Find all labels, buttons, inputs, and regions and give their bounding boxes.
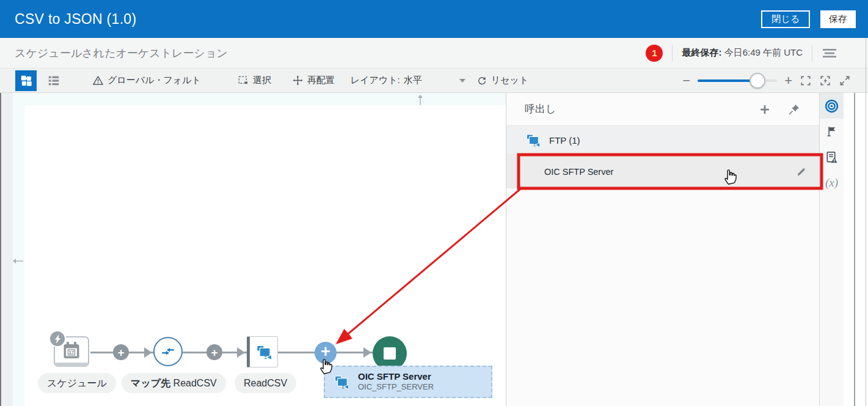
schedule-node-label[interactable]: スケジュール [38,373,116,393]
last-saved-value: 今日6:49 午前 UTC [724,47,803,57]
rail-item-errors[interactable] [820,144,844,170]
rail-item-milestone[interactable] [820,119,844,144]
reset-label: リセット [491,75,528,86]
add-action-button[interactable]: + [206,344,222,360]
canvas-scroll-strip-left [13,93,24,406]
app-header: CSV to JSON (1.0) 閉じる 保存 [0,0,868,38]
drop-target-box[interactable]: OIC SFTP Server OIC_SFTP_SERVER [324,366,492,398]
canvas-view-button[interactable] [15,70,37,91]
integration-pattern-label: スケジュールされたオーケストレーション [15,46,228,61]
connector-arrowhead [144,347,152,358]
window-edge-line [866,38,866,406]
map-arrows-icon [160,344,176,360]
add-connection-icon[interactable] [758,103,771,116]
adapter-group-label: FTP (1) [549,135,580,146]
zoom-out-button[interactable]: − [682,74,690,87]
map-label-target: ReadCSV [170,378,217,388]
stop-square-icon [384,347,396,360]
page-title: CSV to JSON (1.0) [15,11,136,28]
map-label-prefix: マップ先 [131,378,170,388]
zoom-in-button[interactable]: + [784,74,792,87]
global-fault-label: グローバル・フォルト [108,75,201,86]
flag-icon [825,125,838,138]
annotation-step-badge: 1 [646,45,663,62]
list-view-icon [47,74,60,87]
orchestration-canvas[interactable]: 17 + + + スケジュール マップ先 ReadCSV [0,93,506,406]
reposition-label: 再配置 [307,75,335,86]
map-node-label[interactable]: マップ先 ReadCSV [122,373,226,393]
layout-label: レイアウト: [351,75,400,86]
subheader-bar: スケジュールされたオーケストレーション 1 最終保存: 今日6:49 午前 UT… [0,38,868,68]
variables-x-icon: (x) [825,176,838,190]
bullseye-icon [824,98,839,114]
last-saved-text: 最終保存: 今日6:49 午前 UTC [682,47,803,59]
trigger-bolt-icon [49,330,66,347]
select-tool-button[interactable]: 選択 [238,75,271,86]
marquee-select-icon [238,75,249,86]
invoke-panel-title: 呼出し [525,102,556,116]
close-button[interactable]: 閉じる [761,10,810,28]
ftp-adapter-icon [255,343,273,361]
add-action-button[interactable]: + [113,344,129,360]
svg-text:17: 17 [69,349,74,355]
adapter-group-row-ftp[interactable]: FTP (1) [506,126,819,155]
subheader-right: 1 最終保存: 今日6:49 午前 UTC [646,45,853,62]
zoom-slider[interactable] [698,73,777,89]
layout-value: 水平 [404,75,422,86]
ftp-adapter-icon [525,132,541,149]
move-icon [292,75,304,86]
last-saved-label: 最終保存: [682,47,721,57]
readcsv-node-label[interactable]: ReadCSV [235,373,296,393]
edit-pencil-icon[interactable] [795,165,808,178]
divider [812,45,812,62]
menu-icon[interactable] [822,48,837,59]
zoom-slider-fill [698,79,757,82]
ftp-adapter-icon [333,374,350,391]
drop-target-title: OIC SFTP Server [358,371,434,383]
layout-dropdown[interactable]: レイアウト: 水平 [351,75,465,86]
readcsv-node[interactable] [247,336,278,367]
save-button[interactable]: 保存 [820,10,856,28]
invoke-panel-header: 呼出し [506,93,819,126]
canvas-toolbar: グローバル・フォルト 選択 再配置 レイアウト: 水平 [0,68,868,93]
canvas-scroll-strip-top [13,93,506,105]
invoke-panel: 呼出し FTP (1) OIC SFTP Server [506,93,819,406]
zoom-actual-icon[interactable] [819,75,831,87]
list-view-button[interactable] [43,70,64,91]
header-actions: 閉じる 保存 [761,10,856,28]
rail-item-target[interactable] [820,93,844,119]
add-invoke-drop-button[interactable]: + [315,342,337,364]
pan-up-icon[interactable] [416,95,425,106]
map-node[interactable] [153,337,183,366]
zoom-controls: − + [682,73,851,89]
pin-panel-icon[interactable] [787,103,801,116]
side-rail: (x) [819,93,844,406]
rail-item-variables[interactable]: (x) [820,170,844,196]
document-warning-icon [825,150,839,164]
gutter-scroll-line [854,93,855,406]
right-gutter [844,93,868,406]
select-label: 選択 [253,75,271,86]
zoom-slider-thumb[interactable] [749,73,765,89]
drop-target-subtitle: OIC_SFTP_SERVER [358,382,434,393]
zoom-fit-icon[interactable] [800,75,812,87]
expand-icon[interactable] [839,75,851,87]
connector-arrowhead [237,347,245,358]
canvas-left-rail [0,93,13,406]
warning-triangle-icon [92,75,104,86]
reset-icon [476,75,487,86]
divider [672,45,673,62]
connection-item-label: OIC SFTP Server [544,167,613,177]
reposition-button[interactable]: 再配置 [292,75,335,86]
pan-left-icon[interactable] [13,257,24,265]
drop-target-text: OIC SFTP Server OIC_SFTP_SERVER [358,371,434,393]
caret-down-icon[interactable] [459,79,465,83]
global-fault-button[interactable]: グローバル・フォルト [92,75,201,86]
puzzle-icon [20,74,33,87]
connector-arrowhead [363,347,371,358]
reset-layout-button[interactable]: リセット [476,75,528,86]
connection-item-row[interactable]: OIC SFTP Server [506,155,819,188]
